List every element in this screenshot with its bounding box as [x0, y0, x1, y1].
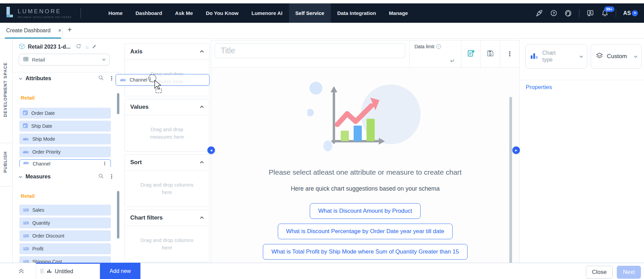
lumenore-logo[interactable]: LUMENORE RELIABLE INTELLIGENCE DELIVERED [0, 6, 72, 20]
drag-ghost-label: Channel [130, 77, 147, 83]
field-label: Quantity [32, 220, 50, 226]
workspace: DEVELOPMENT SPACE PUBLISH Retail 2023 1-… [0, 39, 644, 263]
sort-fields-icon[interactable]: ↑↓ [85, 45, 88, 50]
table-selector-dropdown[interactable]: Retail [19, 54, 109, 66]
layers-icon [595, 52, 604, 61]
nav-item-lumenore-ai[interactable]: Lumenore AI [245, 3, 289, 23]
field-kebab-icon[interactable]: ⋮ [102, 161, 107, 166]
drag-grip-icon[interactable] [40, 268, 44, 275]
sort-collapse-icon[interactable] [200, 161, 204, 165]
nav-item-data-integration[interactable]: Data Integration [331, 3, 383, 23]
chart-filters-collapse-icon[interactable] [200, 216, 204, 220]
field-label: Ship Date [31, 123, 52, 129]
measures-section-header[interactable]: Measures ⋮ [19, 173, 114, 181]
collapse-left-panel-button[interactable]: ◀ [207, 146, 215, 154]
measures-kebab-icon[interactable]: ⋮ [109, 174, 114, 179]
save-button[interactable] [480, 40, 500, 67]
enter-icon[interactable]: ↵ [450, 57, 455, 65]
values-collapse-icon[interactable] [200, 106, 204, 109]
axis-collapse-icon[interactable] [200, 50, 204, 54]
dataset-name[interactable]: Retail 2023 1-d... [28, 44, 70, 50]
nav-item-manage[interactable]: Manage [383, 3, 414, 23]
nav-item-do-you-know[interactable]: Do You Know [199, 3, 245, 23]
properties-link[interactable]: Properties [526, 84, 552, 91]
measures-group-label: Retail [21, 193, 121, 200]
measures-search-icon[interactable] [98, 173, 104, 180]
data-limit-cell[interactable]: Data limit i ↵ [409, 40, 461, 67]
field-label: Shipping Cost [32, 259, 62, 263]
nav-item-dashboard[interactable]: Dashboard [129, 3, 168, 23]
info-icon[interactable]: i [436, 44, 441, 49]
attribute-order-date[interactable]: Order Date [19, 108, 111, 119]
rail-divider-2 [0, 186, 13, 187]
new-tab-button[interactable]: + [67, 25, 72, 34]
nav-item-home[interactable]: Home [102, 3, 129, 23]
canvas-more-menu[interactable]: ⋮ [500, 40, 519, 67]
chart-title-input[interactable] [215, 43, 405, 58]
sheet-tab-untitled[interactable]: Untitled [36, 263, 100, 279]
measure-profit[interactable]: 123 Profit [19, 243, 111, 254]
measures-scrollbar-thumb[interactable] [117, 191, 119, 239]
sort-dropzone[interactable]: Sort Drag and drop columns here [124, 154, 209, 207]
table-icon [23, 56, 29, 63]
axis-dropzone[interactable]: Axis Drag and drop attributes here [124, 43, 209, 96]
support-headset-icon[interactable] [564, 10, 572, 17]
attribute-ship-date[interactable]: Ship Date [19, 121, 111, 132]
values-title: Values [130, 104, 149, 110]
document-tabbar: Create Dashboard × + [0, 23, 644, 39]
chart-type-dropdown[interactable]: Chart type [525, 44, 587, 69]
logo-tagline: RELIABLE INTELLIGENCE DELIVERED [18, 16, 72, 18]
measure-quantity[interactable]: 123 Quantity [19, 217, 111, 228]
attribute-channel[interactable]: abc Channel ⋮ [19, 159, 111, 167]
rail-tab-development-space[interactable]: DEVELOPMENT SPACE [3, 62, 8, 117]
abc-type-icon: abc [23, 137, 29, 141]
collapse-right-panel-button[interactable]: ▶ [512, 146, 520, 154]
add-new-sheet-button[interactable]: Add new [100, 263, 140, 279]
123-type-icon: 123 [23, 247, 29, 251]
notifications-bell-icon[interactable]: 99+ [601, 10, 609, 17]
attributes-search-icon[interactable] [98, 75, 104, 82]
attribute-order-priority[interactable]: abc Order Priority [19, 146, 111, 157]
notification-badge: 99+ [604, 6, 614, 12]
attributes-group-label: Retail [21, 95, 121, 102]
measure-shipping-cost[interactable]: 123 Shipping Cost [19, 256, 111, 263]
attributes-kebab-icon[interactable]: ⋮ [109, 76, 114, 81]
nav-item-ask-me[interactable]: Ask Me [169, 3, 200, 23]
attributes-scrollbar-thumb[interactable] [117, 93, 119, 114]
values-dropzone[interactable]: Values Drag and drop measures here [124, 99, 209, 152]
nav-item-self-service[interactable]: Self Service [289, 3, 331, 23]
right-panel-divider [520, 80, 644, 80]
canvas-scrollbar-thumb[interactable] [509, 97, 512, 263]
measures-title: Measures [26, 174, 51, 180]
calendar-icon [23, 123, 28, 129]
query-notes-button[interactable] [461, 40, 480, 67]
expand-sheets-icon[interactable] [18, 268, 24, 275]
help-icon[interactable]: ? [550, 10, 557, 17]
custom-dropdown[interactable]: Custom [591, 44, 642, 69]
attribute-ship-mode[interactable]: abc Ship Mode [19, 134, 111, 144]
canvas-header: Data limit i ↵ [211, 40, 519, 68]
suggestion-total-profit[interactable]: What is Total Profit by Ship Mode where … [263, 244, 468, 260]
calendar-icon [23, 110, 28, 117]
rail-tab-publish[interactable]: PUBLISH [3, 151, 8, 173]
suggestion-discount-amount[interactable]: What is Discount Amount by Product [310, 203, 421, 219]
left-rail: DEVELOPMENT SPACE PUBLISH [0, 39, 13, 263]
suggestion-discount-percentage[interactable]: What is Discount Percentage by Order Dat… [278, 224, 453, 239]
tab-close-icon[interactable]: × [58, 27, 62, 34]
user-avatar[interactable]: AS [623, 10, 638, 16]
abc-type-icon: abc [120, 78, 126, 82]
refresh-icon[interactable] [76, 43, 81, 50]
measure-sales[interactable]: 123 Sales [19, 205, 111, 215]
field-label: Profit [32, 246, 44, 251]
next-button[interactable]: Next [617, 266, 641, 279]
attributes-section-header[interactable]: Attributes ⋮ [19, 74, 114, 83]
chart-filters-dropzone[interactable]: Chart filters Drag and drop columns here [124, 210, 209, 262]
tab-create-dashboard[interactable]: Create Dashboard × [6, 23, 62, 38]
measure-order-discount[interactable]: 123 Order Discount [19, 230, 111, 241]
save-floppy-icon [487, 50, 494, 58]
rocket-icon[interactable] [536, 10, 543, 17]
nav-icons-divider [579, 9, 579, 17]
feedback-icon[interactable] [587, 10, 594, 17]
edit-pencil-icon[interactable] [92, 44, 97, 50]
close-button[interactable]: Close [586, 266, 613, 279]
